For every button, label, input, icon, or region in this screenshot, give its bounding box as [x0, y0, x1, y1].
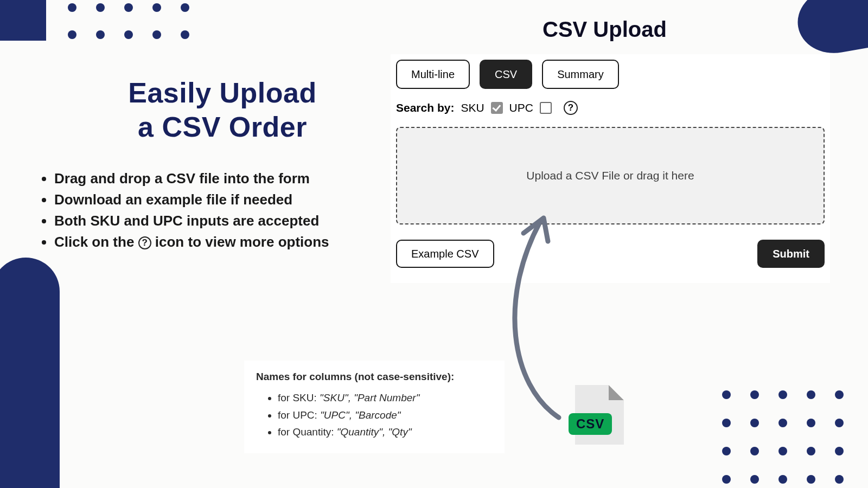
help-icon[interactable]: ?	[564, 101, 578, 115]
column-row-sku: for SKU: "SKU", "Part Number"	[278, 389, 493, 406]
col-upc-vals: "UPC", "Barcode"	[320, 409, 400, 421]
csv-dropzone[interactable]: Upload a CSV File or drag it here	[396, 127, 825, 224]
col-qty-vals: "Quantity", "Qty"	[337, 426, 412, 438]
bullet-4: Click on the ? icon to view more options	[54, 232, 382, 253]
column-names-colon: :	[451, 371, 454, 382]
col-upc-label: for UPC:	[278, 409, 320, 421]
upc-option-label: UPC	[509, 101, 533, 114]
sku-option-label: SKU	[461, 101, 484, 114]
search-by-row: Search by: SKU UPC ?	[396, 101, 825, 115]
search-by-label: Search by:	[396, 101, 454, 114]
deco-pill-bottom-left	[0, 258, 60, 488]
col-sku-vals: "SKU", "Part Number"	[320, 392, 419, 403]
headline-line2: a CSV Order	[138, 111, 307, 143]
panel-actions: Example CSV Submit	[396, 240, 825, 268]
column-names-header: Names for columns (not case-sensitive)	[256, 371, 451, 382]
tabs: Multi-line CSV Summary	[396, 60, 825, 89]
col-qty-label: for Quantity:	[278, 426, 337, 438]
bullet-4-post: icon to view more options	[151, 234, 329, 250]
bullet-4-pre: Click on the	[54, 234, 138, 250]
deco-dots-top-row1	[68, 3, 189, 12]
help-icon: ?	[138, 236, 151, 249]
deco-blob-top-right	[793, 0, 868, 59]
column-names-card: Names for columns (not case-sensitive): …	[244, 361, 505, 453]
csv-upload-panel: Multi-line CSV Summary Search by: SKU UP…	[391, 54, 830, 283]
deco-dots-bottom-right	[722, 390, 844, 488]
column-row-upc: for UPC: "UPC", "Barcode"	[278, 407, 493, 423]
sku-checkbox[interactable]	[491, 102, 503, 114]
col-sku-label: for SKU:	[278, 392, 320, 403]
panel-title: CSV Upload	[542, 17, 667, 42]
bullet-3: Both SKU and UPC inputs are accepted	[54, 210, 382, 232]
csv-file-icon: CSV	[575, 385, 624, 445]
column-row-qty: for Quantity: "Quantity", "Qty"	[278, 423, 493, 440]
csv-file-tag: CSV	[569, 413, 612, 435]
bullet-1: Drag and drop a CSV file into the form	[54, 168, 382, 189]
bullet-2: Download an example file if needed	[54, 189, 382, 210]
submit-button[interactable]: Submit	[757, 240, 825, 268]
example-csv-button[interactable]: Example CSV	[396, 240, 494, 268]
tab-summary[interactable]: Summary	[542, 60, 619, 89]
dropzone-text: Upload a CSV File or drag it here	[526, 169, 694, 182]
tab-multiline[interactable]: Multi-line	[396, 60, 470, 89]
deco-dots-top-row2	[68, 30, 189, 39]
deco-square-top-left	[0, 0, 46, 41]
upc-checkbox[interactable]	[540, 102, 552, 114]
headline-line1: Easily Upload	[128, 77, 317, 108]
tab-csv[interactable]: CSV	[480, 60, 532, 89]
headline: Easily Upload a CSV Order	[81, 76, 363, 145]
feature-bullets: Drag and drop a CSV file into the form D…	[35, 168, 382, 253]
